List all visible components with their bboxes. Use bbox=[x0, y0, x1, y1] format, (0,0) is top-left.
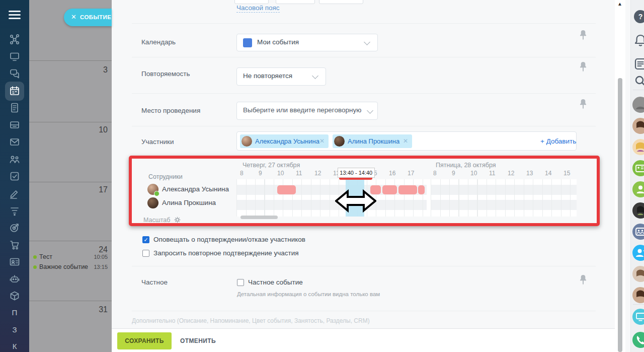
help-icon[interactable]: ? bbox=[632, 8, 644, 25]
sidebar-item-cube-icon[interactable] bbox=[9, 290, 21, 302]
event-pill-label: СОБЫТИЕ bbox=[80, 14, 111, 20]
pin-icon[interactable] bbox=[580, 30, 587, 40]
add-participant-button[interactable]: + Добавить bbox=[540, 137, 576, 145]
search-icon[interactable] bbox=[632, 73, 644, 90]
hamburger-menu-icon[interactable] bbox=[9, 11, 21, 20]
private-event-hint: Детальная информация о событии видна тол… bbox=[237, 291, 380, 297]
repeat-select[interactable]: Не повторяется bbox=[236, 67, 326, 86]
sidebar-item-desktop-icon[interactable] bbox=[9, 50, 21, 62]
sidebar-item-filter-icon[interactable] bbox=[9, 204, 21, 217]
group-chat-icon[interactable] bbox=[632, 223, 644, 240]
close-icon[interactable]: ✕ bbox=[71, 13, 76, 21]
calendar-date-number[interactable]: 31 bbox=[77, 305, 108, 314]
busy-time-block[interactable] bbox=[418, 185, 425, 194]
participants-input[interactable]: Александра Усынина ✕ Алина Прокшина ✕ + … bbox=[236, 131, 577, 151]
close-event-slider-button[interactable]: ✕ СОБЫТИЕ bbox=[64, 9, 112, 26]
hour-tick-label: 8 bbox=[240, 170, 244, 177]
scale-label: Масштаб bbox=[143, 217, 170, 224]
telephony-icon[interactable] bbox=[632, 331, 644, 348]
hour-tick-label: 17 bbox=[408, 170, 414, 177]
remove-participant-icon[interactable]: ✕ bbox=[403, 137, 408, 145]
sidebar-item-people-icon[interactable] bbox=[9, 153, 21, 165]
selected-time-column[interactable] bbox=[346, 179, 364, 217]
additional-settings-link[interactable]: Дополнительно (Описание, Напоминание, Цв… bbox=[132, 317, 514, 325]
location-select[interactable]: Выберите или введите переговорную bbox=[236, 102, 378, 120]
private-event-checkbox[interactable] bbox=[237, 279, 244, 286]
user-avatar[interactable] bbox=[632, 96, 644, 113]
user-avatar[interactable] bbox=[632, 265, 644, 283]
busy-time-block[interactable] bbox=[277, 185, 296, 194]
time-input-partial[interactable] bbox=[319, 0, 363, 4]
calendar-date-number[interactable]: 3 bbox=[77, 65, 108, 75]
planner-list-icon[interactable] bbox=[632, 55, 644, 73]
pin-icon[interactable] bbox=[580, 99, 587, 109]
notifications-bell-icon[interactable] bbox=[632, 32, 644, 49]
calendar-event-item[interactable]: Важное событие 13:15 bbox=[33, 263, 109, 271]
add-user-icon[interactable] bbox=[632, 244, 644, 261]
page-scrollbar[interactable]: ▲ bbox=[615, 0, 625, 352]
repeat-field-label: Повторяемость bbox=[141, 70, 190, 78]
right-toolbar: ? bbox=[630, 0, 644, 352]
user-avatar[interactable] bbox=[632, 138, 644, 156]
chevron-down-icon bbox=[367, 107, 373, 114]
divider bbox=[132, 57, 596, 57]
calendar-event-item[interactable]: Тест 10:05 bbox=[33, 253, 109, 261]
sidebar-item-contacts-icon[interactable] bbox=[9, 256, 21, 268]
pin-icon[interactable] bbox=[580, 275, 587, 285]
avatar bbox=[147, 197, 158, 208]
participant-chip[interactable]: Александра Усынина ✕ bbox=[240, 134, 329, 148]
scale-control[interactable]: Масштаб bbox=[143, 217, 181, 224]
calendar-date-number[interactable]: 10 bbox=[77, 125, 108, 134]
busy-time-block[interactable] bbox=[398, 185, 417, 194]
calendar-select[interactable]: Мои события bbox=[236, 34, 378, 51]
week-separator bbox=[29, 301, 112, 301]
sidebar-item-tasks-icon[interactable] bbox=[9, 170, 21, 182]
cancel-button[interactable]: ОТМЕНИТЬ bbox=[180, 337, 216, 344]
user-avatar[interactable] bbox=[632, 202, 644, 219]
sidebar-item-drive-icon[interactable] bbox=[9, 119, 21, 131]
sidebar-item-letter[interactable]: З bbox=[0, 325, 29, 334]
request-reconfirmation-checkbox[interactable] bbox=[142, 250, 149, 257]
user-avatar[interactable] bbox=[632, 117, 644, 134]
user-avatar[interactable] bbox=[632, 287, 644, 304]
sidebar-item-robot-icon[interactable] bbox=[9, 273, 21, 285]
calendar-date-number[interactable]: 17 bbox=[77, 185, 108, 194]
participant-chip[interactable]: Алина Прокшина ✕ bbox=[333, 134, 412, 148]
pin-icon[interactable] bbox=[580, 62, 587, 72]
availability-grid[interactable] bbox=[236, 179, 577, 217]
week-separator bbox=[29, 122, 112, 122]
sidebar-item-letter[interactable]: П bbox=[0, 308, 29, 317]
busy-time-block[interactable] bbox=[370, 185, 381, 194]
sidebar-item-mail-icon[interactable] bbox=[9, 136, 21, 148]
invite-users-icon[interactable] bbox=[632, 160, 644, 177]
timezone-link[interactable]: Часовой пояс bbox=[236, 4, 280, 13]
remove-participant-icon[interactable]: ✕ bbox=[319, 137, 325, 145]
scheduler-hscrollbar-thumb[interactable] bbox=[240, 216, 278, 219]
save-button[interactable]: СОХРАНИТЬ bbox=[117, 332, 172, 349]
busy-time-block[interactable] bbox=[382, 185, 396, 194]
sidebar-item-chat-icon[interactable] bbox=[9, 67, 21, 80]
scroll-up-arrow[interactable]: ▲ bbox=[617, 1, 622, 7]
event-title: Тест bbox=[39, 253, 52, 260]
sidebar-item-target-icon[interactable] bbox=[9, 222, 21, 234]
date-input-partial[interactable] bbox=[234, 0, 269, 4]
employee-icon[interactable] bbox=[632, 181, 644, 198]
gear-icon[interactable] bbox=[174, 217, 181, 223]
sidebar-item-calendar-icon[interactable] bbox=[9, 85, 21, 97]
divider bbox=[132, 93, 596, 94]
calendar-field-label: Календарь bbox=[141, 38, 176, 46]
calendar-select-value: Мои события bbox=[257, 38, 299, 46]
hour-tick-label: 14 bbox=[545, 170, 551, 177]
time-input-partial[interactable] bbox=[276, 0, 315, 4]
week-separator bbox=[29, 60, 112, 61]
desktop-app-icon[interactable] bbox=[632, 308, 644, 325]
sidebar-item-sign-icon[interactable] bbox=[9, 187, 21, 199]
scrollbar-thumb[interactable] bbox=[618, 78, 622, 352]
sidebar-item-document-icon[interactable] bbox=[9, 102, 21, 114]
sidebar-item-letter[interactable]: К bbox=[0, 342, 29, 350]
sidebar-item-network-icon[interactable] bbox=[9, 33, 21, 45]
sidebar-item-cart-icon[interactable] bbox=[9, 239, 21, 251]
hour-tick-label: 8 bbox=[433, 170, 437, 177]
event-time: 10:05 bbox=[94, 254, 108, 260]
notify-confirmation-checkbox[interactable]: ✓ bbox=[142, 236, 149, 243]
